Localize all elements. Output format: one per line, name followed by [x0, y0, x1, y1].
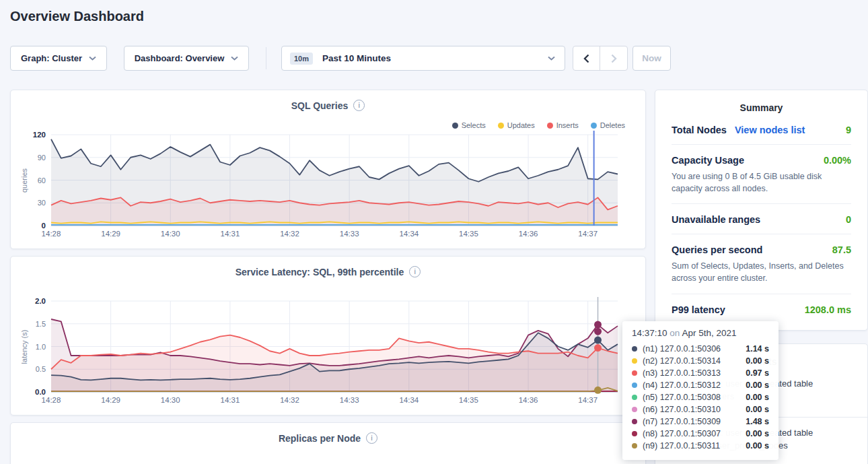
- tooltip-node-value: 0.00 s: [746, 441, 769, 451]
- series-color-dot: [632, 395, 637, 400]
- summary-row-value: 9: [846, 125, 851, 135]
- svg-text:1.0: 1.0: [36, 343, 46, 351]
- svg-text:60: 60: [38, 176, 46, 185]
- service-latency-panel: Service Latency: SQL, 99th percentile i …: [10, 256, 646, 416]
- svg-text:14:28: 14:28: [42, 396, 61, 404]
- chevron-down-icon: [231, 56, 238, 61]
- series-color-dot: [632, 431, 637, 436]
- chevron-right-icon: [611, 54, 617, 63]
- series-color-dot: [632, 419, 637, 424]
- svg-text:14:33: 14:33: [340, 230, 359, 238]
- series-color-dot: [632, 346, 637, 352]
- summary-row: Capacity Usage0.00%You are using 0 B of …: [672, 145, 851, 204]
- chevron-left-icon: [583, 54, 589, 63]
- svg-text:120: 120: [33, 131, 46, 139]
- tooltip-row: (n7) 127.0.0.1:503091.48 s: [632, 416, 769, 428]
- tooltip-node-value: 0.00 s: [746, 393, 769, 402]
- time-step-buttons: [573, 46, 628, 71]
- svg-text:0.0: 0.0: [35, 388, 46, 396]
- tooltip-node-value: 0.00 s: [746, 380, 769, 390]
- tooltip-row: (n4) 127.0.0.1:503120.00 s: [632, 379, 769, 391]
- svg-text:14:30: 14:30: [161, 230, 180, 238]
- svg-text:14:35: 14:35: [459, 230, 478, 238]
- chart-title: Replicas per Node: [279, 433, 361, 444]
- tooltip-node-label: (n3) 127.0.0.1:50313: [643, 368, 740, 378]
- tooltip-node-label: (n2) 127.0.0.1:50314: [643, 356, 740, 366]
- time-range-picker[interactable]: 10m Past 10 Minutes: [281, 46, 565, 71]
- tooltip-node-label: (n9) 127.0.0.1:50311: [643, 441, 740, 451]
- svg-text:0: 0: [42, 222, 46, 230]
- summary-row-value: 87.5: [832, 244, 851, 255]
- graph-selector-label: Graph: Cluster: [21, 53, 82, 63]
- summary-row-label: Total Nodes: [672, 125, 727, 135]
- svg-text:14:37: 14:37: [578, 396, 598, 404]
- chart-title: SQL Queries: [291, 100, 349, 111]
- time-prev-button[interactable]: [573, 46, 600, 70]
- tooltip-row: (n5) 127.0.0.1:503080.00 s: [632, 391, 769, 403]
- series-color-dot: [632, 407, 637, 412]
- summary-row-value: 1208.0 ms: [805, 304, 851, 315]
- time-range-label: Past 10 Minutes: [322, 53, 548, 63]
- info-icon[interactable]: i: [409, 266, 421, 277]
- tooltip-date: Apr 5th, 2021: [682, 328, 736, 338]
- tooltip-node-label: (n7) 127.0.0.1:50309: [643, 417, 740, 426]
- tooltip-node-value: 0.00 s: [746, 429, 769, 438]
- replicas-per-node-panel: Replicas per Node i: [10, 422, 646, 464]
- graph-selector-dropdown[interactable]: Graph: Cluster: [10, 46, 107, 71]
- svg-text:14:29: 14:29: [101, 230, 120, 238]
- svg-text:0.5: 0.5: [36, 365, 46, 373]
- info-icon[interactable]: i: [366, 432, 377, 444]
- series-color-dot: [632, 370, 637, 376]
- sql-queries-panel: SQL Queries i SelectsUpdatesInsertsDelet…: [10, 90, 646, 249]
- sql_queries-canvas: 14:2814:2914:3014:3114:3214:3314:3414:35…: [11, 128, 647, 246]
- summary-row-description: You are using 0 B of 4.5 GiB usable disk…: [672, 170, 851, 195]
- time-range-badge: 10m: [290, 53, 313, 65]
- svg-text:14:35: 14:35: [459, 396, 478, 404]
- chevron-down-icon: [89, 56, 96, 61]
- info-icon[interactable]: i: [353, 100, 365, 111]
- tooltip-node-label: (n6) 127.0.0.1:50310: [643, 405, 740, 414]
- tooltip-node-value: 0.97 s: [746, 368, 769, 378]
- tooltip-node-value: 0.00 s: [746, 405, 769, 414]
- summary-row-value: 0.00%: [824, 155, 851, 166]
- summary-panel: Summary Total NodesView nodes list9Capac…: [655, 90, 868, 331]
- series-color-dot: [632, 358, 637, 364]
- summary-title: Summary: [655, 102, 867, 113]
- page-title: Overview Dashboard: [10, 9, 144, 24]
- summary-row-description: Sum of Selects, Updates, Inserts, and De…: [672, 260, 851, 284]
- chevron-down-icon: [548, 56, 555, 61]
- tooltip-node-label: (n5) 127.0.0.1:50308: [643, 393, 740, 402]
- now-button[interactable]: Now: [632, 46, 671, 71]
- svg-text:14:32: 14:32: [280, 396, 299, 404]
- latency-canvas: 14:2814:2914:3014:3114:3214:3314:3414:35…: [11, 294, 647, 412]
- summary-row-value: 0: [846, 214, 851, 225]
- svg-text:14:31: 14:31: [221, 396, 240, 404]
- chart-hover-tooltip: 14:37:10 on Apr 5th, 2021 (n1) 127.0.0.1…: [622, 321, 779, 460]
- svg-text:14:34: 14:34: [399, 230, 419, 238]
- dashboard-selector-dropdown[interactable]: Dashboard: Overview: [124, 46, 249, 71]
- view-nodes-list-link[interactable]: View nodes list: [735, 125, 805, 135]
- tooltip-node-value: 1.14 s: [746, 344, 769, 354]
- tooltip-row: (n6) 127.0.0.1:503100.00 s: [632, 403, 769, 416]
- svg-text:90: 90: [38, 154, 46, 162]
- series-color-dot: [632, 443, 637, 449]
- summary-row: Total NodesView nodes list9: [672, 114, 851, 145]
- svg-text:14:29: 14:29: [101, 396, 120, 404]
- summary-row: P99 latency1208.0 ms: [672, 294, 851, 324]
- tooltip-node-value: 1.48 s: [746, 417, 769, 426]
- svg-text:14:36: 14:36: [519, 396, 538, 404]
- tooltip-time: 14:37:10: [632, 328, 667, 338]
- tooltip-on: on: [670, 328, 680, 338]
- series-color-dot: [632, 383, 637, 388]
- chart-title: Service Latency: SQL, 99th percentile: [236, 267, 404, 277]
- summary-row-label: Queries per second: [672, 244, 762, 255]
- time-next-button[interactable]: [600, 46, 627, 70]
- summary-row: Unavailable ranges0: [672, 204, 851, 234]
- summary-row: Queries per second87.5Sum of Selects, Up…: [672, 234, 851, 294]
- service-latency-chart[interactable]: 14:2814:2914:3014:3114:3214:3314:3414:35…: [11, 294, 647, 412]
- tooltip-node-label: (n4) 127.0.0.1:50312: [643, 380, 740, 390]
- sql-queries-chart[interactable]: 14:2814:2914:3014:3114:3214:3314:3414:35…: [11, 128, 647, 246]
- svg-text:14:31: 14:31: [221, 230, 240, 238]
- tooltip-timestamp: 14:37:10 on Apr 5th, 2021: [632, 328, 769, 338]
- svg-text:2.0: 2.0: [35, 297, 46, 305]
